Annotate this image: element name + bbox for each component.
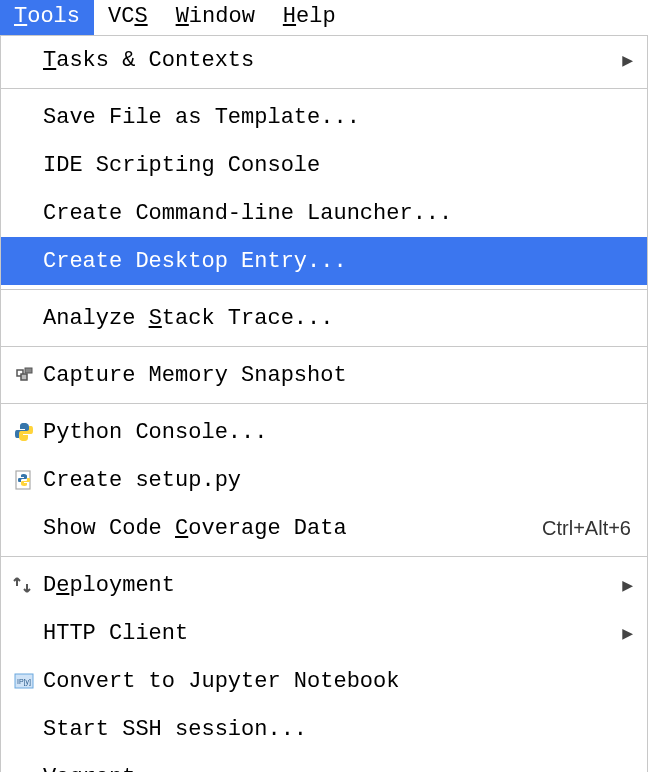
menubar-window-label: Window bbox=[176, 4, 255, 29]
menu-pyconsole-label: Python Console... bbox=[43, 420, 639, 445]
menubar-tools-label: Tools bbox=[14, 4, 80, 29]
menu-create-desktop-entry[interactable]: Create Desktop Entry... bbox=[1, 237, 647, 285]
submenu-arrow-icon: ▶ bbox=[622, 622, 639, 644]
menu-save-template[interactable]: Save File as Template... bbox=[1, 93, 647, 141]
menu-memsnap-label: Capture Memory Snapshot bbox=[43, 363, 639, 388]
menubar-window[interactable]: Window bbox=[162, 0, 269, 35]
blank-icon bbox=[9, 762, 39, 772]
menu-separator bbox=[1, 346, 647, 347]
menu-coverage-label: Show Code Coverage Data bbox=[43, 516, 542, 541]
submenu-arrow-icon: ▶ bbox=[622, 49, 639, 71]
menu-tasks-label: Tasks & Contexts bbox=[43, 48, 622, 73]
menu-vagrant-label: Vagrant bbox=[43, 765, 622, 773]
blank-icon bbox=[9, 246, 39, 276]
blank-icon bbox=[9, 618, 39, 648]
menu-vagrant[interactable]: Vagrant ▶ bbox=[1, 753, 647, 772]
menu-setup-py-label: Create setup.py bbox=[43, 468, 639, 493]
tools-menu: Tasks & Contexts ▶ Save File as Template… bbox=[0, 36, 648, 772]
menu-separator bbox=[1, 556, 647, 557]
menu-create-setup-py[interactable]: Create setup.py bbox=[1, 456, 647, 504]
menu-jupyter-label: Convert to Jupyter Notebook bbox=[43, 669, 639, 694]
ipython-icon: IP[y] bbox=[9, 666, 39, 696]
python-icon bbox=[9, 417, 39, 447]
menu-ssh-label: Start SSH session... bbox=[43, 717, 639, 742]
blank-icon bbox=[9, 513, 39, 543]
svg-text:IP[y]: IP[y] bbox=[17, 678, 31, 686]
blank-icon bbox=[9, 102, 39, 132]
menu-stack-label: Analyze Stack Trace... bbox=[43, 306, 639, 331]
menubar-vcs-label: VCS bbox=[108, 4, 148, 29]
menu-analyze-stack-trace[interactable]: Analyze Stack Trace... bbox=[1, 294, 647, 342]
menu-convert-jupyter[interactable]: IP[y] Convert to Jupyter Notebook bbox=[1, 657, 647, 705]
menu-capture-memory[interactable]: Capture Memory Snapshot bbox=[1, 351, 647, 399]
menu-coverage-shortcut: Ctrl+Alt+6 bbox=[542, 517, 639, 540]
menu-show-coverage[interactable]: Show Code Coverage Data Ctrl+Alt+6 bbox=[1, 504, 647, 552]
menu-deployment-label: Deployment bbox=[43, 573, 622, 598]
menu-http-client[interactable]: HTTP Client ▶ bbox=[1, 609, 647, 657]
menubar-help[interactable]: Help bbox=[269, 0, 350, 35]
menu-ide-scripting-label: IDE Scripting Console bbox=[43, 153, 639, 178]
memory-snapshot-icon bbox=[9, 360, 39, 390]
menu-cmdline-label: Create Command-line Launcher... bbox=[43, 201, 639, 226]
blank-icon bbox=[9, 45, 39, 75]
menu-separator bbox=[1, 88, 647, 89]
menu-ide-scripting[interactable]: IDE Scripting Console bbox=[1, 141, 647, 189]
menubar-help-label: Help bbox=[283, 4, 336, 29]
svg-rect-0 bbox=[25, 368, 32, 373]
menu-python-console[interactable]: Python Console... bbox=[1, 408, 647, 456]
submenu-arrow-icon: ▶ bbox=[622, 766, 639, 772]
deployment-icon bbox=[9, 570, 39, 600]
menubar: Tools VCS Window Help bbox=[0, 0, 648, 36]
submenu-arrow-icon: ▶ bbox=[622, 574, 639, 596]
blank-icon bbox=[9, 714, 39, 744]
menubar-vcs[interactable]: VCS bbox=[94, 0, 162, 35]
menu-separator bbox=[1, 289, 647, 290]
menu-separator bbox=[1, 403, 647, 404]
blank-icon bbox=[9, 303, 39, 333]
menubar-tools[interactable]: Tools bbox=[0, 0, 94, 35]
menu-http-label: HTTP Client bbox=[43, 621, 622, 646]
python-file-icon bbox=[9, 465, 39, 495]
blank-icon bbox=[9, 150, 39, 180]
blank-icon bbox=[9, 198, 39, 228]
menu-cmdline-launcher[interactable]: Create Command-line Launcher... bbox=[1, 189, 647, 237]
menu-tasks-contexts[interactable]: Tasks & Contexts ▶ bbox=[1, 36, 647, 84]
menu-desktop-label: Create Desktop Entry... bbox=[43, 249, 639, 274]
menu-start-ssh[interactable]: Start SSH session... bbox=[1, 705, 647, 753]
menu-deployment[interactable]: Deployment ▶ bbox=[1, 561, 647, 609]
menu-save-template-label: Save File as Template... bbox=[43, 105, 639, 130]
